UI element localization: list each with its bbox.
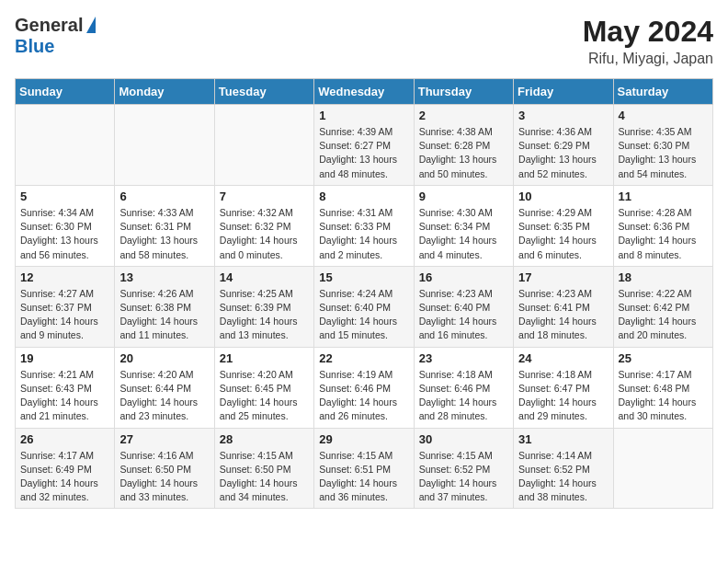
day-number: 11 (619, 190, 708, 203)
day-number: 27 (119, 432, 209, 446)
day-number: 4 (619, 109, 708, 122)
day-number: 22 (319, 351, 408, 365)
calendar-week-row: 5Sunrise: 4:34 AMSunset: 6:30 PMDaylight… (16, 185, 713, 266)
day-number: 17 (518, 270, 608, 284)
day-number: 10 (518, 190, 608, 203)
calendar-cell: 1Sunrise: 4:39 AMSunset: 6:27 PMDaylight… (314, 105, 414, 186)
calendar-cell: 23Sunrise: 4:18 AMSunset: 6:46 PMDayligh… (414, 347, 513, 428)
day-info: Sunrise: 4:18 AMSunset: 6:47 PMDaylight:… (518, 368, 608, 424)
day-info: Sunrise: 4:20 AMSunset: 6:45 PMDaylight:… (220, 368, 309, 424)
day-info: Sunrise: 4:18 AMSunset: 6:46 PMDaylight:… (419, 368, 508, 424)
calendar-cell: 8Sunrise: 4:31 AMSunset: 6:33 PMDaylight… (314, 185, 414, 266)
day-number: 9 (419, 190, 508, 203)
day-info: Sunrise: 4:15 AMSunset: 6:52 PMDaylight:… (419, 449, 508, 505)
day-info: Sunrise: 4:15 AMSunset: 6:50 PMDaylight:… (220, 449, 309, 505)
day-info: Sunrise: 4:29 AMSunset: 6:35 PMDaylight:… (518, 206, 608, 262)
calendar-cell: 27Sunrise: 4:16 AMSunset: 6:50 PMDayligh… (115, 428, 214, 509)
calendar-cell (115, 105, 214, 186)
day-info: Sunrise: 4:36 AMSunset: 6:29 PMDaylight:… (518, 125, 608, 181)
day-number: 6 (119, 190, 209, 203)
calendar-cell (613, 428, 712, 509)
day-number: 5 (20, 190, 109, 203)
day-number: 19 (20, 351, 109, 365)
day-info: Sunrise: 4:22 AMSunset: 6:42 PMDaylight:… (619, 287, 708, 343)
day-info: Sunrise: 4:39 AMSunset: 6:27 PMDaylight:… (319, 125, 408, 181)
month-title: May 2024 (583, 15, 713, 49)
day-info: Sunrise: 4:31 AMSunset: 6:33 PMDaylight:… (319, 206, 408, 262)
day-number: 18 (619, 270, 708, 284)
logo-triangle-icon (86, 17, 96, 33)
logo-general-text: General (15, 15, 83, 36)
day-info: Sunrise: 4:25 AMSunset: 6:39 PMDaylight:… (220, 287, 309, 343)
calendar-cell: 13Sunrise: 4:26 AMSunset: 6:38 PMDayligh… (115, 266, 214, 347)
day-number: 3 (518, 109, 608, 122)
calendar-week-row: 19Sunrise: 4:21 AMSunset: 6:43 PMDayligh… (16, 347, 713, 428)
calendar-cell: 7Sunrise: 4:32 AMSunset: 6:32 PMDaylight… (214, 185, 313, 266)
calendar-cell: 18Sunrise: 4:22 AMSunset: 6:42 PMDayligh… (613, 266, 712, 347)
day-of-week-tuesday: Tuesday (214, 79, 313, 105)
day-number: 7 (220, 190, 309, 203)
day-number: 1 (319, 109, 408, 122)
calendar-cell: 30Sunrise: 4:15 AMSunset: 6:52 PMDayligh… (414, 428, 513, 509)
day-of-week-friday: Friday (514, 79, 613, 105)
day-of-week-sunday: Sunday (16, 79, 115, 105)
calendar-cell: 14Sunrise: 4:25 AMSunset: 6:39 PMDayligh… (214, 266, 313, 347)
calendar-cell: 12Sunrise: 4:27 AMSunset: 6:37 PMDayligh… (16, 266, 115, 347)
calendar-cell: 16Sunrise: 4:23 AMSunset: 6:40 PMDayligh… (414, 266, 513, 347)
calendar-cell: 31Sunrise: 4:14 AMSunset: 6:52 PMDayligh… (514, 428, 613, 509)
calendar-cell: 9Sunrise: 4:30 AMSunset: 6:34 PMDaylight… (414, 185, 513, 266)
calendar-cell: 10Sunrise: 4:29 AMSunset: 6:35 PMDayligh… (514, 185, 613, 266)
day-info: Sunrise: 4:15 AMSunset: 6:51 PMDaylight:… (319, 449, 408, 505)
location-text: Rifu, Miyagi, Japan (583, 51, 713, 67)
calendar-cell: 19Sunrise: 4:21 AMSunset: 6:43 PMDayligh… (16, 347, 115, 428)
calendar-cell: 4Sunrise: 4:35 AMSunset: 6:30 PMDaylight… (613, 105, 712, 186)
day-number: 14 (220, 270, 309, 284)
day-info: Sunrise: 4:38 AMSunset: 6:28 PMDaylight:… (419, 125, 508, 181)
day-number: 2 (419, 109, 508, 122)
day-number: 15 (319, 270, 408, 284)
day-info: Sunrise: 4:17 AMSunset: 6:48 PMDaylight:… (619, 368, 708, 424)
calendar-table: SundayMondayTuesdayWednesdayThursdayFrid… (15, 78, 713, 509)
calendar-cell: 15Sunrise: 4:24 AMSunset: 6:40 PMDayligh… (314, 266, 414, 347)
calendar-cell: 28Sunrise: 4:15 AMSunset: 6:50 PMDayligh… (214, 428, 313, 509)
calendar-cell: 22Sunrise: 4:19 AMSunset: 6:46 PMDayligh… (314, 347, 414, 428)
day-number: 23 (419, 351, 508, 365)
calendar-cell (214, 105, 313, 186)
calendar-week-row: 1Sunrise: 4:39 AMSunset: 6:27 PMDaylight… (16, 105, 713, 186)
day-number: 21 (220, 351, 309, 365)
day-info: Sunrise: 4:14 AMSunset: 6:52 PMDaylight:… (518, 449, 608, 505)
day-number: 26 (20, 432, 109, 446)
calendar-cell: 3Sunrise: 4:36 AMSunset: 6:29 PMDaylight… (514, 105, 613, 186)
calendar-week-row: 12Sunrise: 4:27 AMSunset: 6:37 PMDayligh… (16, 266, 713, 347)
day-number: 29 (319, 432, 408, 446)
day-info: Sunrise: 4:17 AMSunset: 6:49 PMDaylight:… (20, 449, 109, 505)
page-header: General Blue May 2024 Rifu, Miyagi, Japa… (15, 15, 713, 67)
day-info: Sunrise: 4:16 AMSunset: 6:50 PMDaylight:… (119, 449, 209, 505)
day-info: Sunrise: 4:32 AMSunset: 6:32 PMDaylight:… (220, 206, 309, 262)
day-of-week-wednesday: Wednesday (314, 79, 414, 105)
calendar-cell: 25Sunrise: 4:17 AMSunset: 6:48 PMDayligh… (613, 347, 712, 428)
day-number: 8 (319, 190, 408, 203)
calendar-cell: 17Sunrise: 4:23 AMSunset: 6:41 PMDayligh… (514, 266, 613, 347)
day-info: Sunrise: 4:19 AMSunset: 6:46 PMDaylight:… (319, 368, 408, 424)
calendar-cell (16, 105, 115, 186)
calendar-cell: 26Sunrise: 4:17 AMSunset: 6:49 PMDayligh… (16, 428, 115, 509)
day-info: Sunrise: 4:34 AMSunset: 6:30 PMDaylight:… (20, 206, 109, 262)
day-of-week-thursday: Thursday (414, 79, 513, 105)
logo-blue-text: Blue (15, 36, 54, 57)
day-number: 12 (20, 270, 109, 284)
calendar-header-row: SundayMondayTuesdayWednesdayThursdayFrid… (16, 79, 713, 105)
calendar-cell: 20Sunrise: 4:20 AMSunset: 6:44 PMDayligh… (115, 347, 214, 428)
logo: General Blue (15, 15, 96, 57)
day-info: Sunrise: 4:26 AMSunset: 6:38 PMDaylight:… (119, 287, 209, 343)
day-info: Sunrise: 4:30 AMSunset: 6:34 PMDaylight:… (419, 206, 508, 262)
calendar-week-row: 26Sunrise: 4:17 AMSunset: 6:49 PMDayligh… (16, 428, 713, 509)
title-area: May 2024 Rifu, Miyagi, Japan (583, 15, 713, 67)
calendar-cell: 6Sunrise: 4:33 AMSunset: 6:31 PMDaylight… (115, 185, 214, 266)
calendar-cell: 21Sunrise: 4:20 AMSunset: 6:45 PMDayligh… (214, 347, 313, 428)
day-info: Sunrise: 4:21 AMSunset: 6:43 PMDaylight:… (20, 368, 109, 424)
day-of-week-monday: Monday (115, 79, 214, 105)
day-number: 25 (619, 351, 708, 365)
day-number: 16 (419, 270, 508, 284)
day-number: 13 (119, 270, 209, 284)
